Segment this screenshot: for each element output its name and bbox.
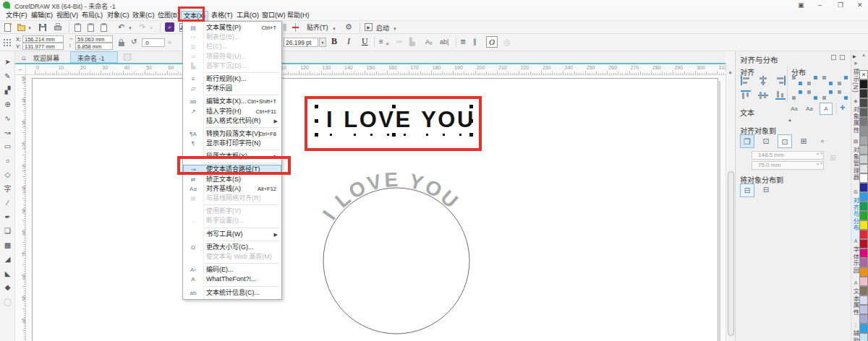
- text-menu-item-11[interactable]: 插入格式化代码(R)▶: [183, 116, 281, 126]
- text-menu-item-26[interactable]: 书写工具(W)▶: [183, 230, 281, 239]
- align-to-grid-button[interactable]: ⊞: [796, 134, 811, 148]
- menubar-item-3[interactable]: 布局(L): [80, 11, 105, 21]
- distribute-bottom-icon[interactable]: [837, 90, 848, 100]
- parallel-dimension-tool[interactable]: ∕: [1, 197, 14, 209]
- text-menu-item-34[interactable]: ab文本统计信息(C)...: [183, 288, 281, 298]
- ellipse-tool[interactable]: ○: [1, 155, 14, 167]
- spinner[interactable]: ▲▼: [816, 152, 822, 159]
- text-menu-item-3[interactable]: ≔项目符号(U)...: [183, 52, 281, 61]
- color-swatch-9[interactable]: [859, 155, 868, 164]
- lock-ratio-icon[interactable]: [116, 38, 127, 48]
- relative-position-icon[interactable]: ⊞: [830, 154, 835, 162]
- new-doc-icon[interactable]: [3, 22, 13, 33]
- side-tab-4[interactable]: 字体乐园: [851, 246, 859, 284]
- distribute-center-v-icon[interactable]: [807, 90, 818, 100]
- menubar-item-8[interactable]: 表格(T): [209, 11, 235, 21]
- height-field[interactable]: 6.858 mm: [75, 43, 113, 50]
- vertical-ruler[interactable]: 405060708090100110120130140150: [15, 75, 26, 341]
- distribute-extent-selection-button[interactable]: ⊟: [740, 184, 754, 197]
- underline-button[interactable]: U: [362, 36, 368, 47]
- transparency-tool[interactable]: ▩: [1, 240, 14, 251]
- artistic-media-tool[interactable]: ↝: [1, 127, 14, 139]
- distribute-spacing-v-icon[interactable]: [822, 90, 833, 100]
- open-dropdown-arrow[interactable]: ▼: [27, 23, 32, 33]
- color-swatch-26[interactable]: [859, 314, 868, 324]
- shape-tool[interactable]: ✎: [1, 71, 14, 82]
- text-tool[interactable]: 字: [1, 184, 14, 195]
- scroll-up-arrow[interactable]: ▲: [728, 69, 733, 74]
- text-menu-item-7[interactable]: ▱字体乐园: [183, 84, 281, 93]
- text-menu-item-6[interactable]: ≡断行规则(K)...: [183, 74, 281, 84]
- minimize-button[interactable]: –: [818, 1, 822, 9]
- ruler-origin[interactable]: ⌐: [15, 64, 26, 75]
- distribute-center-h-icon[interactable]: [807, 75, 818, 86]
- text-menu-item-23[interactable]: 使用断字(Y): [183, 207, 281, 216]
- nudge-grid-icon[interactable]: [2, 38, 12, 48]
- polygon-tool[interactable]: ◇: [1, 169, 14, 181]
- text-align-full-icon[interactable]: A: [820, 103, 833, 115]
- color-swatch-16[interactable]: [859, 220, 868, 230]
- text-menu-item-29[interactable]: 使文本与 Web 兼容(M): [183, 252, 281, 262]
- align-to-page-center-button[interactable]: ⊡: [778, 134, 792, 148]
- color-swatch-20[interactable]: [859, 258, 868, 267]
- add-target-icon[interactable]: +: [840, 102, 846, 113]
- color-swatch-7[interactable]: [859, 136, 868, 145]
- align-center-v-icon[interactable]: [757, 90, 769, 100]
- align-y-field[interactable]: 75.0 mm▲▼: [752, 161, 824, 170]
- color-swatch-4[interactable]: [859, 108, 868, 117]
- align-center-h-icon[interactable]: [757, 75, 769, 86]
- freehand-tool[interactable]: ∿: [1, 113, 14, 124]
- character-formatting-icon[interactable]: A₀: [425, 37, 433, 47]
- align-to-page-edge-button[interactable]: ⊡: [759, 134, 773, 148]
- print-icon[interactable]: [53, 22, 63, 33]
- docker-float-button[interactable]: [831, 55, 836, 60]
- paste-icon[interactable]: [99, 22, 109, 33]
- color-swatch-23[interactable]: [859, 286, 868, 295]
- menubar-item-5[interactable]: 效果(C): [130, 11, 157, 21]
- italic-button[interactable]: I: [347, 36, 350, 47]
- color-swatch-19[interactable]: [859, 249, 868, 258]
- color-swatch-17[interactable]: [859, 230, 868, 239]
- save-icon[interactable]: [38, 22, 48, 33]
- restore-button[interactable]: ❐: [838, 1, 843, 9]
- outline-pen-tool[interactable]: ◯: [1, 296, 14, 308]
- no-color-swatch[interactable]: ✕: [859, 70, 868, 79]
- menubar-item-10[interactable]: 窗口(W): [260, 11, 288, 21]
- distribute-top-icon[interactable]: [791, 90, 803, 100]
- text-menu-item-4[interactable]: ▙首字下沉(D)...: [183, 61, 281, 71]
- scrollbar-thumb[interactable]: [728, 171, 734, 336]
- snap-dropdown-arrow[interactable]: ▼: [332, 24, 336, 34]
- collapse-arrow-icon[interactable]: ▲: [788, 118, 792, 122]
- x-position-field[interactable]: 156.214 mm: [22, 35, 64, 43]
- text-align-bbox-icon[interactable]: Aa: [806, 105, 813, 112]
- side-tab-2[interactable]: 对象管理器: [851, 147, 859, 191]
- color-swatch-10[interactable]: [859, 164, 868, 173]
- account-icon[interactable]: ▣: [798, 1, 804, 9]
- align-to-active-object-button[interactable]: ❐: [740, 134, 754, 148]
- launch-icon[interactable]: ▶: [365, 23, 373, 31]
- close-button[interactable]: ✕: [857, 1, 863, 9]
- bulleted-list-icon[interactable]: ≔: [396, 37, 403, 47]
- docker-expand-arrow[interactable]: ▶: [853, 53, 856, 59]
- color-swatch-13[interactable]: [859, 192, 868, 202]
- undo-dropdown-arrow[interactable]: ▼: [128, 23, 132, 33]
- docker-close-button[interactable]: [840, 55, 845, 60]
- width-field[interactable]: 59.063 mm: [75, 35, 113, 43]
- open-icon[interactable]: [17, 22, 27, 33]
- align-right-icon[interactable]: [775, 75, 786, 86]
- palette-up-arrow[interactable]: ▲: [861, 53, 866, 57]
- color-swatch-18[interactable]: [859, 239, 868, 249]
- copy-icon[interactable]: [86, 22, 96, 33]
- color-swatch-1[interactable]: [859, 79, 868, 89]
- rotation-field[interactable]: .0: [142, 38, 165, 47]
- home-icon[interactable]: ⌂: [22, 53, 26, 61]
- distribute-right-icon[interactable]: [837, 75, 848, 86]
- no-outline-icon[interactable]: ◎: [503, 37, 511, 47]
- distribute-spacing-h-icon[interactable]: [822, 75, 833, 86]
- drop-cap-icon[interactable]: ▙: [409, 37, 415, 47]
- drop-shadow-tool[interactable]: ❏: [1, 225, 14, 237]
- color-swatch-8[interactable]: [859, 145, 868, 155]
- zoom-tool[interactable]: ⊕: [1, 99, 14, 111]
- guidelines-icon[interactable]: [291, 22, 301, 33]
- text-menu-item-32[interactable]: AWhatTheFont?!...: [183, 275, 281, 284]
